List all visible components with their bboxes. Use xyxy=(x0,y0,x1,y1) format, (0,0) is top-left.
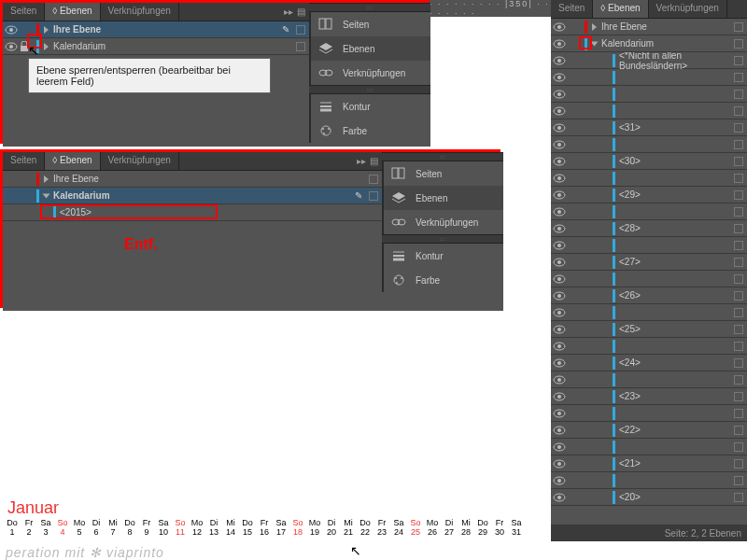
selection-square[interactable] xyxy=(734,140,743,149)
layer-row-kalendarium[interactable]: Kalendarium xyxy=(3,38,309,55)
visibility-icon[interactable] xyxy=(553,157,566,166)
visibility-icon[interactable] xyxy=(553,258,566,267)
selection-square[interactable] xyxy=(734,157,743,166)
selection-square[interactable] xyxy=(734,207,743,217)
expand-arrow-icon[interactable] xyxy=(44,26,49,34)
tab-seiten[interactable]: Seiten xyxy=(3,3,45,21)
selection-square[interactable] xyxy=(296,25,305,35)
visibility-icon[interactable] xyxy=(553,476,566,485)
visibility-icon[interactable] xyxy=(553,56,566,65)
tab-ebenen[interactable]: ◊ Ebenen xyxy=(593,0,648,18)
sublayer-row[interactable] xyxy=(551,103,747,119)
expand-arrow-icon[interactable] xyxy=(44,43,49,50)
visibility-icon[interactable] xyxy=(553,90,566,99)
sublayer-row[interactable] xyxy=(551,86,747,103)
edit-icon[interactable]: ✎ xyxy=(352,190,365,201)
visibility-icon[interactable] xyxy=(553,207,566,217)
tab-verknupf[interactable]: Verknüpfungen xyxy=(649,0,727,18)
sublayer-row[interactable] xyxy=(551,203,747,220)
sublayer-row[interactable]: <24> xyxy=(551,355,747,371)
selection-square[interactable] xyxy=(734,22,743,32)
expand-arrow-icon[interactable] xyxy=(44,175,49,183)
selection-square[interactable] xyxy=(734,291,743,301)
selection-square[interactable] xyxy=(734,174,743,183)
selection-square[interactable] xyxy=(734,375,743,385)
selection-square[interactable] xyxy=(734,123,743,133)
selection-square[interactable] xyxy=(734,56,743,65)
selection-square[interactable] xyxy=(734,493,743,502)
selection-square[interactable] xyxy=(734,476,743,485)
visibility-icon[interactable] xyxy=(553,442,566,452)
sublayer-row[interactable]: <26> xyxy=(551,287,747,304)
sublayer-row[interactable] xyxy=(551,472,747,489)
side-item-layers[interactable]: Ebenen xyxy=(309,36,430,61)
tab-ebenen[interactable]: ◊ Ebenen xyxy=(45,3,100,21)
selection-square[interactable] xyxy=(734,325,743,334)
sublayer-row[interactable]: <25> xyxy=(551,321,747,338)
sublayer-row[interactable]: <21> xyxy=(551,455,747,472)
visibility-icon[interactable] xyxy=(553,325,566,334)
menu-icon[interactable]: ▤ xyxy=(297,7,305,17)
visibility-icon[interactable] xyxy=(553,342,566,351)
side-item-pages[interactable]: Seiten xyxy=(309,12,430,36)
selection-square[interactable] xyxy=(734,190,743,200)
sublayer-row[interactable] xyxy=(551,69,747,86)
selection-square[interactable] xyxy=(734,342,743,351)
layer-row-ihre-ebene[interactable]: Ihre Ebene xyxy=(3,171,382,188)
selection-square[interactable] xyxy=(734,90,743,99)
visibility-icon[interactable] xyxy=(553,22,566,32)
sublayer-row[interactable] xyxy=(551,338,747,355)
sublayer-row[interactable]: <28> xyxy=(551,220,747,237)
sublayer-row[interactable] xyxy=(551,271,747,287)
side-item-layers[interactable]: Ebenen xyxy=(382,186,503,210)
visibility-icon[interactable] xyxy=(553,375,566,385)
sublayer-row[interactable] xyxy=(551,304,747,321)
layer-row-ihre-ebene[interactable]: Ihre Ebene xyxy=(551,19,747,35)
selection-square[interactable] xyxy=(734,258,743,267)
tab-verknupf[interactable]: Verknüpfungen xyxy=(101,152,179,170)
sublayer-row[interactable]: <27> xyxy=(551,254,747,271)
sublayer-row[interactable] xyxy=(551,136,747,153)
expand-arrow-icon[interactable] xyxy=(592,23,597,31)
visibility-icon[interactable] xyxy=(553,308,566,317)
selection-square[interactable] xyxy=(369,191,378,201)
sublayer-row[interactable] xyxy=(551,170,747,187)
visibility-icon[interactable] xyxy=(553,241,566,250)
selection-square[interactable] xyxy=(734,409,743,418)
expand-arrow-icon[interactable] xyxy=(43,193,50,198)
layer-row-kalendarium[interactable]: Kalendarium ✎ xyxy=(3,188,382,204)
visibility-icon[interactable] xyxy=(553,106,566,116)
selection-square[interactable] xyxy=(734,73,743,82)
layer-row-kalendarium[interactable]: Kalendarium xyxy=(551,35,747,52)
layer-row-ihre-ebene[interactable]: Ihre Ebene ✎ xyxy=(3,21,309,38)
sublayer-row[interactable]: <31> xyxy=(551,119,747,136)
selection-square[interactable] xyxy=(734,358,743,368)
sublayer-row-2015[interactable]: <2015> xyxy=(3,204,382,221)
sublayer-row[interactable] xyxy=(551,405,747,422)
selection-square[interactable] xyxy=(734,392,743,401)
selection-square[interactable] xyxy=(734,459,743,469)
selection-square[interactable] xyxy=(734,106,743,116)
visibility-icon[interactable] xyxy=(553,190,566,200)
rewind-icon[interactable]: ▸▸ xyxy=(357,156,366,166)
sublayer-row[interactable]: <22> xyxy=(551,422,747,439)
menu-icon[interactable]: ▤ xyxy=(370,156,378,166)
visibility-icon[interactable] xyxy=(553,459,566,469)
sublayer-row[interactable]: <*Nicht in allen Bundesländern> xyxy=(551,52,747,69)
selection-square[interactable] xyxy=(734,274,743,284)
side-item-stroke[interactable]: Kontur xyxy=(382,244,503,268)
sublayer-row[interactable]: <29> xyxy=(551,187,747,203)
visibility-icon[interactable] xyxy=(553,409,566,418)
selection-square[interactable] xyxy=(369,175,378,184)
side-item-pages[interactable]: Seiten xyxy=(382,161,503,186)
visibility-icon[interactable] xyxy=(553,73,566,82)
visibility-icon[interactable] xyxy=(5,42,18,51)
selection-square[interactable] xyxy=(734,426,743,435)
side-item-color[interactable]: Farbe xyxy=(382,268,503,292)
visibility-icon[interactable] xyxy=(553,174,566,183)
visibility-icon[interactable] xyxy=(553,274,566,284)
selection-square[interactable] xyxy=(734,241,743,250)
visibility-icon[interactable] xyxy=(553,358,566,368)
visibility-icon[interactable] xyxy=(553,39,566,49)
side-item-links[interactable]: Verknüpfungen xyxy=(382,210,503,234)
